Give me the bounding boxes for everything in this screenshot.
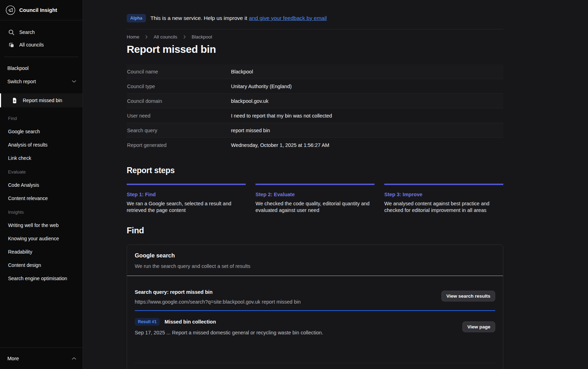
table-row: Council type Unitary Authority (England) [127, 79, 503, 94]
view-page-button[interactable]: View page [462, 321, 495, 332]
detail-value: I need to report that my bin was not col… [231, 113, 332, 119]
sidebar-item-readability[interactable]: Readability [0, 249, 83, 255]
report-steps: Step 1: Find We ran a Google search, sel… [127, 184, 503, 214]
chevron-right-icon [145, 35, 148, 39]
card-title: Google search [135, 252, 495, 259]
view-search-results-button[interactable]: View search results [441, 291, 495, 301]
step-find: Step 1: Find We ran a Google search, sel… [127, 184, 246, 214]
app-window: Council Insight Search [0, 0, 588, 369]
sidebar-item-content-relevance[interactable]: Content relevance [0, 196, 83, 201]
result-number-badge: Result #1 [135, 318, 160, 326]
step-description: We ran a Google search, selected a resul… [127, 200, 246, 214]
search-query-url: https://www.google.com/search?q=site:bla… [135, 299, 301, 305]
sidebar-item-code-analysis[interactable]: Code Analysis [0, 182, 83, 188]
table-row: Search query report missed bin [127, 123, 503, 138]
detail-label: User need [127, 113, 231, 119]
sidebar-item-search[interactable]: Search [0, 26, 83, 38]
search-query-row: Search query: report missed bin https://… [135, 289, 495, 305]
search-query-label: Search query: report missed bin [135, 289, 301, 295]
breadcrumb-home[interactable]: Home [127, 34, 139, 40]
step-improve: Step 3: Improve We analysed content agai… [384, 184, 503, 214]
detail-label: Report generated [127, 142, 231, 148]
card-description: We run the search query and collect a se… [135, 263, 495, 269]
google-search-card: Google search We run the search query an… [127, 244, 503, 369]
step-evaluate: Step 2: Evaluate We checked the code qua… [255, 184, 374, 214]
sidebar-item-analysis-of-results[interactable]: Analysis of results [0, 142, 83, 148]
blue-divider [135, 310, 495, 311]
sidebar-more-toggle[interactable]: More [0, 347, 83, 369]
main-content: Alpha This is a new service. Help us imp… [83, 0, 588, 369]
detail-label: Search query [127, 128, 231, 133]
sidebar-item-label: All councils [19, 42, 44, 48]
breadcrumb-all-councils[interactable]: All councils [154, 34, 177, 40]
step-description: We analysed content against best practic… [384, 200, 503, 214]
sidebar-item-knowing-audience[interactable]: Knowing your audience [0, 236, 83, 241]
report-steps-title: Report steps [127, 166, 503, 175]
step-description: We checked the code quality, editorial q… [255, 200, 374, 214]
feedback-email-link[interactable]: and give your feedback by email [249, 15, 327, 21]
switch-report-label: Switch report [7, 79, 36, 84]
card-header: Google search We run the search query an… [127, 245, 503, 276]
step-title: Step 1: Find [127, 192, 246, 197]
result-content: Result #1 Missed bin collection Sep 17, … [135, 318, 323, 335]
sidebar-item-label: Report missed bin [23, 98, 62, 103]
step-title: Step 2: Evaluate [255, 192, 374, 197]
councils-copy-icon [8, 42, 15, 48]
chevron-up-icon [72, 357, 76, 360]
result-snippet: Sep 17, 2025 ... Report a missed domesti… [135, 330, 323, 335]
table-row: Report generated Wednesday, October 1, 2… [127, 138, 503, 152]
detail-value: Blackpool [231, 69, 253, 74]
chevron-down-icon [72, 80, 76, 83]
sidebar-section-evaluate: Evaluate [0, 161, 83, 175]
sidebar-section-insights: Insights [0, 201, 83, 215]
search-result-item: Result #1 Missed bin collection Sep 17, … [135, 318, 495, 335]
breadcrumb: Home All councils Blackpool [127, 34, 503, 40]
search-query-block: Search query: report missed bin https://… [135, 289, 301, 305]
alpha-badge: Alpha [127, 14, 146, 22]
header-divider [127, 29, 503, 29]
document-icon [11, 97, 18, 104]
detail-value: Unitary Authority (England) [231, 84, 292, 89]
step-title: Step 3: Improve [384, 192, 503, 197]
app-logo[interactable]: Council Insight [0, 0, 83, 20]
sidebar-item-report-missed-bin[interactable]: Report missed bin [0, 93, 83, 107]
sidebar-item-all-councils[interactable]: All councils [0, 38, 83, 51]
banner-text: This is a new service. Help us improve i… [150, 15, 247, 21]
detail-label: Council domain [127, 98, 231, 104]
result-head: Result #1 Missed bin collection [135, 318, 323, 326]
more-label: More [7, 356, 19, 361]
breadcrumb-blackpool[interactable]: Blackpool [192, 34, 212, 40]
sidebar-item-link-check[interactable]: Link check [0, 155, 83, 161]
search-icon [8, 29, 15, 36]
sidebar-item-content-design[interactable]: Content design [0, 262, 83, 268]
table-row: User need I need to report that my bin w… [127, 108, 503, 123]
detail-label: Council type [127, 84, 231, 89]
alpha-banner: Alpha This is a new service. Help us imp… [127, 14, 503, 22]
detail-value: blackpool.gov.uk [231, 98, 268, 104]
result-title: Missed bin collection [164, 319, 216, 325]
detail-value: Wednesday, October 1, 2025 at 1:56:27 AM [231, 142, 329, 148]
chevron-right-icon [183, 35, 186, 39]
app-title: Council Insight [19, 7, 57, 13]
sidebar: Council Insight Search [0, 0, 83, 369]
sidebar-item-label: Search [19, 29, 35, 35]
sidebar-section-find: Find [0, 107, 83, 121]
sidebar-item-google-search[interactable]: Google search [0, 129, 83, 134]
megaphone-logo-icon [6, 5, 15, 15]
table-row: Council name Blackpool [127, 64, 503, 79]
card-body: Search query: report missed bin https://… [127, 276, 503, 369]
sidebar-council-name: Blackpool [0, 57, 83, 71]
sidebar-item-seo[interactable]: Search engine optimisation [0, 276, 83, 281]
page-title: Report missed bin [127, 43, 503, 55]
result-divider [135, 363, 495, 363]
table-row: Council domain blackpool.gov.uk [127, 94, 503, 108]
switch-report-dropdown[interactable]: Switch report [0, 79, 83, 84]
detail-label: Council name [127, 69, 231, 74]
detail-value: report missed bin [231, 128, 270, 133]
sidebar-item-writing-well[interactable]: Writing well for the web [0, 222, 83, 228]
report-details-table: Council name Blackpool Council type Unit… [127, 64, 503, 152]
find-section-title: Find [127, 226, 503, 235]
